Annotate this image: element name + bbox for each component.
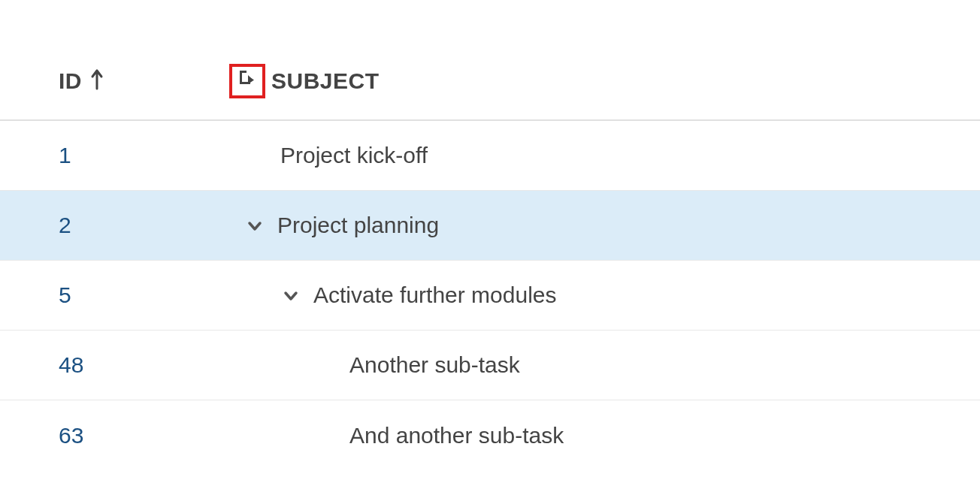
id-cell: 63 <box>0 423 229 448</box>
hierarchy-icon[interactable] <box>238 69 256 93</box>
id-link[interactable]: 63 <box>59 423 83 448</box>
id-header-label: ID <box>59 68 82 94</box>
subject-text: Project planning <box>277 213 439 238</box>
subject-cell: Project kick-off <box>229 143 980 168</box>
chevron-down-icon[interactable] <box>246 216 264 234</box>
id-cell: 1 <box>0 143 229 168</box>
column-header-subject[interactable]: SUBJECT <box>229 64 980 98</box>
id-link[interactable]: 48 <box>59 352 83 378</box>
id-cell: 5 <box>0 282 229 308</box>
subject-cell: Another sub-task <box>229 352 980 378</box>
id-cell: 2 <box>0 213 229 238</box>
work-package-table: ID SUBJECT <box>0 0 980 470</box>
table-header-row: ID SUBJECT <box>0 64 980 121</box>
sort-ascending-arrow-icon <box>89 68 104 95</box>
subject-text: Another sub-task <box>349 352 520 378</box>
column-header-id[interactable]: ID <box>0 68 229 95</box>
table-row[interactable]: 63 And another sub-task <box>0 400 980 470</box>
subject-text: And another sub-task <box>349 423 564 448</box>
svg-rect-1 <box>240 71 247 73</box>
id-link[interactable]: 2 <box>59 213 71 238</box>
table-row[interactable]: 5 Activate further modules <box>0 261 980 331</box>
hierarchy-toggle-highlight <box>229 64 265 98</box>
id-link[interactable]: 1 <box>59 143 71 168</box>
id-cell: 48 <box>0 352 229 378</box>
table-row[interactable]: 48 Another sub-task <box>0 331 980 400</box>
subject-text: Project kick-off <box>280 143 428 168</box>
subject-header-label: SUBJECT <box>271 68 380 94</box>
table-row[interactable]: 2 Project planning <box>0 191 980 261</box>
subject-cell: Activate further modules <box>229 282 980 308</box>
subject-cell: And another sub-task <box>229 423 980 448</box>
subject-cell: Project planning <box>229 213 980 238</box>
id-link[interactable]: 5 <box>59 282 71 308</box>
subject-text: Activate further modules <box>313 282 556 308</box>
table-body: 1 Project kick-off 2 Project planning <box>0 121 980 470</box>
svg-marker-3 <box>248 76 254 84</box>
table-row[interactable]: 1 Project kick-off <box>0 121 980 191</box>
chevron-down-icon[interactable] <box>282 286 300 304</box>
